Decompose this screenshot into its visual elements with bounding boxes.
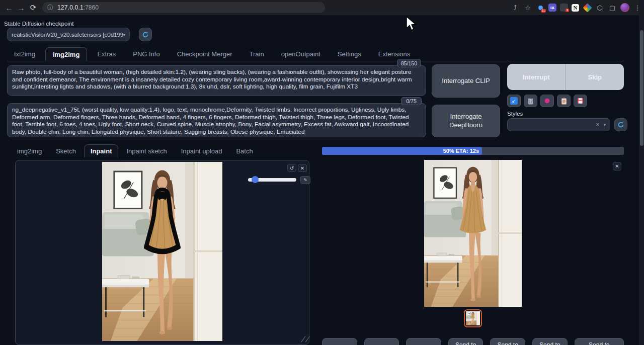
chevron-down-icon: ▾ bbox=[603, 122, 606, 127]
undo-button[interactable]: ↺ bbox=[287, 164, 296, 172]
tab-settings[interactable]: Settings bbox=[331, 47, 368, 61]
red-badge: 1 bbox=[566, 9, 569, 12]
extra-networks-card-icon bbox=[544, 98, 550, 104]
subtab-inpaint-upload[interactable]: Inpaint upload bbox=[175, 144, 228, 157]
tab-train[interactable]: Train bbox=[243, 47, 271, 61]
dark-extension-icon[interactable]: 1 bbox=[560, 4, 568, 12]
send-to-img2img-button[interactable]: Send to img2img bbox=[448, 338, 484, 345]
diamond-shape bbox=[583, 3, 592, 12]
img2img-mode-tabs: img2img Sketch Inpaint Inpaint sketch In… bbox=[11, 144, 259, 157]
styles-label: Styles bbox=[507, 111, 523, 117]
tab-txt2img[interactable]: txt2img bbox=[7, 47, 42, 61]
subtab-sketch[interactable]: Sketch bbox=[50, 144, 82, 157]
paste-params-icon: ↙ bbox=[510, 97, 518, 105]
paste-generation-params-button[interactable]: ↙ bbox=[507, 95, 521, 107]
prompt-tool-row: ↙ bbox=[507, 95, 587, 107]
clipboard-icon bbox=[561, 98, 567, 105]
mouse-cursor bbox=[406, 16, 417, 31]
refresh-icon bbox=[142, 31, 149, 38]
apply-styles-button[interactable] bbox=[557, 95, 571, 107]
progress-fill: 50% ETA: 12s bbox=[322, 147, 482, 155]
inpaint-canvas-image[interactable] bbox=[102, 162, 222, 341]
prompt-input[interactable]: Raw photo, full-body of a beautiful woma… bbox=[7, 65, 426, 96]
extension-badge-icon[interactable]: 11 bbox=[536, 3, 545, 12]
checkpoint-select[interactable]: realisticVisionV20_v20.safetensors [c0d1… bbox=[7, 28, 130, 41]
tab-checkpoint-merger[interactable]: Checkpoint Merger bbox=[170, 47, 239, 61]
address-bar[interactable]: ⓘ 127.0.0.1:7860 bbox=[42, 2, 325, 13]
styles-dropdown[interactable]: × ▾ bbox=[507, 118, 610, 131]
tab-openoutpaint[interactable]: openOutpaint bbox=[274, 47, 328, 61]
prompt-token-counter: 85/150 bbox=[397, 59, 421, 67]
main-tab-bar: txt2img img2img Extras PNG Info Checkpoi… bbox=[7, 47, 624, 61]
progress-bar: 50% ETA: 12s bbox=[322, 147, 624, 155]
subtab-inpaint[interactable]: Inpaint bbox=[84, 144, 119, 157]
red-badge: 11 bbox=[541, 9, 546, 13]
brush-size-slider[interactable] bbox=[248, 178, 296, 182]
checkpoint-value: realisticVisionV20_v20.safetensors [c0d1… bbox=[12, 32, 123, 38]
trash-icon bbox=[527, 98, 534, 105]
negative-token-counter: 0/75 bbox=[401, 97, 422, 105]
save-button[interactable]: Save bbox=[364, 338, 399, 345]
url-port: :7860 bbox=[84, 4, 99, 11]
skip-button[interactable]: Skip bbox=[566, 64, 624, 90]
refresh-styles-button[interactable] bbox=[614, 118, 627, 131]
inpaint-canvas-panel: ↺ ✕ ✎ ╱╱ bbox=[15, 160, 309, 345]
gallery-thumbnail-selected[interactable] bbox=[464, 309, 482, 327]
reload-icon[interactable]: ⟳ bbox=[27, 3, 39, 12]
site-info-icon[interactable]: ⓘ bbox=[47, 4, 53, 12]
clear-prompt-button[interactable] bbox=[524, 95, 537, 107]
notion-extension-icon[interactable]: N bbox=[572, 4, 579, 12]
checkpoint-label: Stable Diffusion checkpoint bbox=[4, 21, 74, 27]
interrupt-button[interactable]: Interrupt bbox=[507, 64, 566, 90]
negative-prompt-input[interactable]: ng_deepnegative_v1_75t, (worst quality, … bbox=[7, 103, 426, 137]
subtab-img2img[interactable]: img2img bbox=[11, 144, 48, 157]
tab-img2img[interactable]: img2img bbox=[45, 47, 87, 61]
chevron-down-icon: ▾ bbox=[123, 32, 125, 37]
diamond-extension-icon[interactable] bbox=[583, 3, 592, 12]
ia-extension-icon[interactable]: IA bbox=[548, 4, 556, 12]
save-floppy-icon bbox=[577, 98, 584, 104]
refresh-icon bbox=[617, 121, 624, 128]
tab-png-info[interactable]: PNG Info bbox=[126, 47, 167, 61]
extra-networks-button[interactable] bbox=[540, 95, 554, 107]
forward-icon[interactable]: → bbox=[15, 4, 27, 12]
brush-color-button[interactable]: ✎ bbox=[300, 176, 310, 184]
app-root: ← → ⟳ ⓘ 127.0.0.1:7860 ⤴ ☆ 11 IA 1 N ⬡ ▢… bbox=[0, 0, 644, 345]
open-folder-button[interactable]: 📂 bbox=[322, 338, 357, 345]
thumbnail-image bbox=[466, 311, 480, 325]
url-host: 127.0.0.1 bbox=[57, 4, 84, 11]
clear-styles-icon[interactable]: × bbox=[596, 121, 599, 128]
clear-image-button[interactable]: ✕ bbox=[298, 164, 307, 172]
subtab-inpaint-sketch[interactable]: Inpaint sketch bbox=[120, 144, 173, 157]
back-icon[interactable]: ← bbox=[3, 4, 15, 12]
scrollbar-thumb[interactable] bbox=[640, 30, 643, 146]
profile-avatar[interactable] bbox=[620, 3, 629, 12]
sidebar-icon[interactable]: ▢ bbox=[608, 3, 617, 12]
browser-toolbar: ← → ⟳ ⓘ 127.0.0.1:7860 ⤴ ☆ 11 IA 1 N ⬡ ▢… bbox=[0, 0, 644, 15]
tab-extras[interactable]: Extras bbox=[90, 47, 123, 61]
send-to-openoutpaint-button[interactable]: Send to openOutpaint bbox=[575, 338, 624, 345]
bookmark-star-icon[interactable]: ☆ bbox=[523, 3, 532, 12]
save-style-button[interactable] bbox=[574, 95, 587, 107]
resize-handle-icon[interactable]: ╱╱ bbox=[301, 336, 310, 342]
slider-handle[interactable] bbox=[252, 176, 259, 183]
output-actions-row: 📂 Save Zip Send to img2img Send to inpai… bbox=[322, 338, 624, 345]
close-preview-icon[interactable]: ✕ bbox=[613, 162, 621, 170]
interrupt-skip-group: Interrupt Skip bbox=[507, 64, 624, 90]
puzzle-extensions-icon[interactable]: ⬡ bbox=[595, 3, 604, 12]
output-preview-image[interactable] bbox=[424, 160, 522, 307]
refresh-checkpoint-button[interactable] bbox=[139, 28, 152, 41]
progress-label: 50% ETA: 12s bbox=[443, 148, 482, 154]
share-icon[interactable]: ⤴ bbox=[511, 3, 520, 12]
send-to-extras-button[interactable]: Send to extras bbox=[532, 338, 568, 345]
avatar-circle bbox=[620, 3, 629, 12]
send-to-inpaint-button[interactable]: Send to inpaint bbox=[490, 338, 525, 345]
interrogate-clip-button[interactable]: Interrogate CLIP bbox=[432, 64, 500, 98]
browser-extensions-area: ⤴ ☆ 11 IA 1 N ⬡ ▢ ⋮ bbox=[511, 0, 642, 15]
zip-button[interactable]: Zip bbox=[406, 338, 441, 345]
subtab-batch[interactable]: Batch bbox=[230, 144, 259, 157]
interrogate-deepbooru-button[interactable]: Interrogate DeepBooru bbox=[432, 105, 500, 137]
